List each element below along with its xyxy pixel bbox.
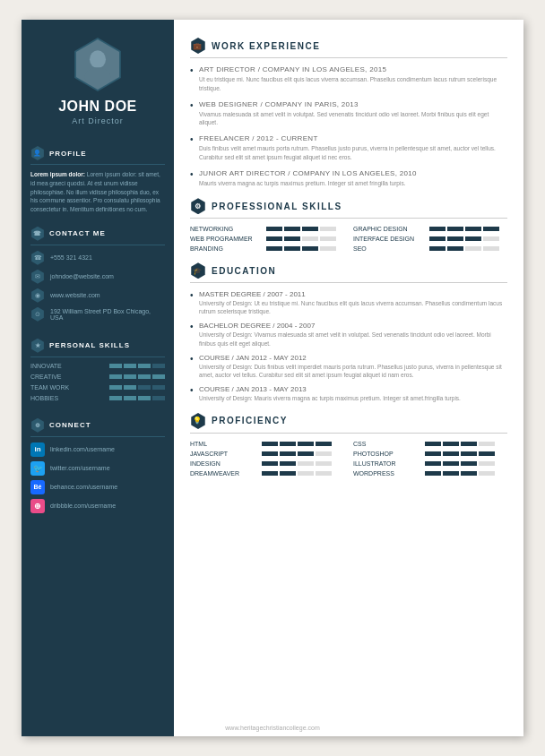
prof-illustrator: ILLUSTRATOR [353, 460, 507, 467]
work-entry-4: JUNIOR ART DIRECTOR / COMPANY IN LOS ANG… [190, 169, 507, 188]
avatar [73, 39, 123, 90]
edu-entry-2: BACHELOR DEGREE / 2004 - 2007 University… [190, 322, 507, 347]
prof-dreamweaver: DREAMWEAVER [190, 470, 344, 477]
work-title-1: ART DIRECTOR / COMPANY IN LOS ANGELES, 2… [199, 65, 507, 73]
sidebar-header: JOHN DOE Art Director [22, 20, 174, 139]
edu-entry-3: COURSE / JAN 2012 - MAY 2012 University … [190, 354, 507, 379]
skill-innovate: INNOVATE [30, 363, 165, 369]
work-title-2: WEB DESIGNER / COMPANY IN PARIS, 2013 [199, 100, 507, 108]
resume-wrapper: JOHN DOE Art Director 👤 PROFILE Lorem ip… [22, 20, 523, 736]
work-desc-1: Ut eu tristique mi. Nunc faucibus elit q… [199, 75, 507, 93]
work-entry-1: ART DIRECTOR / COMPANY IN LOS ANGELES, 2… [190, 65, 507, 93]
proficiency-section: 💡 PROFICIENCY HTML CSS [190, 413, 507, 477]
connect-section-title: ⊕ CONNECT [30, 418, 165, 437]
prof-javascript: JAVASCRIPT [190, 451, 344, 457]
proficiency-title: 💡 PROFICIENCY [190, 413, 507, 434]
work-experience-title: 💼 WORK EXPERIENCE [190, 38, 507, 58]
skill-bar-creative [109, 374, 165, 379]
edu-entry-4: COURSE / JAN 2013 - MAY 2013 University … [190, 385, 507, 402]
skill-interface-design: INTERFACE DESIGN [353, 236, 507, 242]
behance-icon: Bé [30, 480, 45, 494]
resume-subtitle: Art Director [72, 116, 124, 125]
skill-creative: CREATIVE [30, 374, 165, 380]
edu-entry-1: MASTER DEGREE / 2007 - 2011 University o… [190, 290, 507, 315]
profile-icon: 👤 [30, 146, 45, 160]
personal-skills-title: ★ PERSONAL SKILLS [30, 339, 165, 357]
prof-css: CSS [353, 441, 507, 447]
contact-address: ⊙ 192 William Street PD Box Chicago, USA [30, 307, 165, 322]
skill-web-programmer: WEB PROGRAMMER [190, 236, 344, 242]
address-icon: ⊙ [30, 307, 45, 322]
email-icon: ✉ [30, 270, 45, 284]
skills-grid: NETWORKING GRAPHIC DESIGN [190, 226, 507, 252]
watermark: www.heritagechristiancollege.com [225, 725, 319, 731]
connect-twitter: 🐦 twitter.com/username [30, 461, 165, 476]
svg-point-0 [90, 50, 106, 68]
edu-title-4: COURSE / JAN 2013 - MAY 2013 [199, 385, 507, 393]
connect-linkedin: in linkedin.com/username [30, 442, 165, 457]
connect-behance: Bé behance.com/username [30, 480, 165, 494]
professional-skills-title: ⚙ PROFESSIONAL SKILLS [190, 198, 507, 219]
twitter-icon: 🐦 [30, 461, 45, 476]
contact-section-title: ☎ CONTACT ME [30, 227, 165, 245]
profile-text: Lorem ipsum dolor: Lorem ipsum dolor: si… [30, 170, 165, 214]
sidebar: JOHN DOE Art Director 👤 PROFILE Lorem ip… [22, 20, 174, 736]
website-icon: ◉ [30, 288, 45, 303]
contact-email: ✉ johndoe@website.com [30, 270, 165, 284]
avatar-hex [71, 38, 125, 91]
prof-photoshop: PHOTOSHOP [353, 451, 507, 457]
sidebar-contact-section: ☎ CONTACT ME ☎ +555 321 4321 ✉ johndoe@w… [22, 219, 174, 331]
skills-icon: ★ [30, 339, 45, 353]
pro-skills-icon: ⚙ [190, 198, 206, 214]
contact-icon: ☎ [30, 227, 45, 241]
skill-bar-teamwork [109, 385, 165, 390]
education-title: 🎓 EDUCATION [190, 262, 507, 283]
sidebar-personal-skills-section: ★ PERSONAL SKILLS INNOVATE CREATIVE [22, 331, 174, 411]
prof-wordpress: WORDPRESS [353, 470, 507, 477]
dribbble-icon: ⊕ [30, 499, 45, 513]
skill-branding: BRANDING [190, 245, 344, 252]
work-desc-4: Mauris viverra magna ac turpis maximus p… [199, 179, 507, 188]
edu-title-2: BACHELOR DEGREE / 2004 - 2007 [199, 322, 507, 330]
prof-html: HTML [190, 441, 344, 447]
work-desc-3: Duis finibus velit amet mauris porta rut… [199, 144, 507, 162]
sidebar-connect-section: ⊕ CONNECT in linkedin.com/username 🐦 twi… [22, 411, 174, 523]
svg-point-1 [85, 67, 111, 85]
contact-website: ◉ www.website.com [30, 288, 165, 303]
main-content: 💼 WORK EXPERIENCE ART DIRECTOR / COMPANY… [174, 20, 523, 736]
sidebar-profile-section: 👤 PROFILE Lorem ipsum dolor: Lorem ipsum… [22, 139, 174, 219]
profile-section-title: 👤 PROFILE [30, 146, 165, 165]
work-experience-section: 💼 WORK EXPERIENCE ART DIRECTOR / COMPANY… [190, 38, 507, 187]
work-icon: 💼 [190, 38, 206, 54]
phone-icon: ☎ [30, 251, 45, 265]
work-title-3: FREELANCER / 2012 - CURRENT [199, 134, 507, 142]
skill-graphic-design: GRAPHIC DESIGN [353, 226, 507, 232]
edu-desc-2: University of Design: Vivamus malesuada … [199, 331, 507, 347]
work-entry-2: WEB DESIGNER / COMPANY IN PARIS, 2013 Vi… [190, 100, 507, 128]
edu-desc-4: University of Design: Mauris viverra mag… [199, 394, 507, 402]
contact-phone: ☎ +555 321 4321 [30, 251, 165, 265]
skill-hobbies: HOBBIES [30, 395, 165, 401]
edu-desc-1: University of Design: Ut eu tristique mi… [199, 299, 507, 315]
edu-title-1: MASTER DEGREE / 2007 - 2011 [199, 290, 507, 298]
connect-icon: ⊕ [30, 418, 45, 433]
skill-networking: NETWORKING [190, 226, 344, 232]
work-entry-3: FREELANCER / 2012 - CURRENT Duis finibus… [190, 134, 507, 162]
education-icon: 🎓 [190, 262, 206, 279]
professional-skills-section: ⚙ PROFESSIONAL SKILLS NETWORKING [190, 198, 507, 252]
skill-bar-innovate [109, 364, 165, 368]
edu-desc-3: University of Design: Duis finibus velit… [199, 363, 507, 379]
connect-dribbble: ⊕ dribbble.com/username [30, 499, 165, 513]
work-desc-2: Vivamus malesuada sit amet velit in volu… [199, 110, 507, 128]
edu-title-3: COURSE / JAN 2012 - MAY 2012 [199, 354, 507, 362]
resume-name: JOHN DOE [58, 99, 137, 115]
skill-bar-hobbies [109, 396, 165, 400]
proficiency-icon: 💡 [190, 413, 206, 429]
work-title-4: JUNIOR ART DIRECTOR / COMPANY IN LOS ANG… [199, 169, 507, 177]
education-section: 🎓 EDUCATION MASTER DEGREE / 2007 - 2011 … [190, 262, 507, 402]
proficiency-grid: HTML CSS [190, 441, 507, 477]
skill-seo: SEO [353, 245, 507, 252]
linkedin-icon: in [30, 442, 45, 457]
skill-teamwork: TEAM WORK [30, 384, 165, 391]
prof-indesign: INDESIGN [190, 460, 344, 467]
